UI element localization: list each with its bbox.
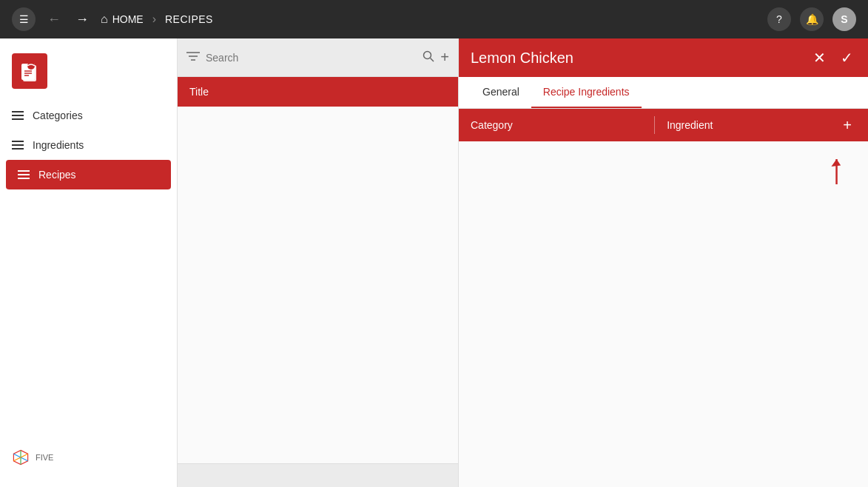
- filter-icon: [186, 51, 200, 64]
- svg-point-15: [424, 51, 431, 58]
- logo-image: [12, 53, 47, 89]
- detail-table-body: [459, 141, 868, 487]
- help-button[interactable]: ?: [767, 7, 791, 31]
- detail-panel: Lemon Chicken ✕ ✓ General Recipe Ingredi…: [459, 38, 868, 487]
- add-ingredient-button[interactable]: +: [838, 115, 856, 135]
- five-logo-text: FIVE: [36, 453, 53, 462]
- search-input[interactable]: [206, 52, 417, 64]
- category-column-header: Category: [471, 119, 642, 131]
- ingredient-column-header: Ingredient: [667, 119, 838, 131]
- detail-save-button[interactable]: ✓: [838, 46, 856, 70]
- home-icon: ⌂: [101, 13, 108, 26]
- sidebar-bottom: FIVE: [0, 437, 177, 478]
- search-svg: [423, 50, 434, 62]
- list-body: [178, 107, 458, 463]
- sidebar-item-label: Ingredients: [33, 139, 84, 151]
- breadcrumb: RECIPES: [165, 13, 213, 25]
- five-logo-icon: [12, 449, 30, 466]
- hamburger-icon: ☰: [19, 13, 29, 25]
- back-button[interactable]: ←: [44, 9, 64, 30]
- breadcrumb-chevron: ›: [152, 13, 156, 26]
- sidebar-item-recipes[interactable]: Recipes: [6, 160, 171, 189]
- nav-right: ? 🔔 S: [767, 7, 856, 31]
- detail-tabs: General Recipe Ingredients: [459, 77, 868, 109]
- home-nav-item[interactable]: ⌂ HOME: [101, 13, 144, 26]
- search-bar: +: [178, 38, 458, 77]
- list-footer: [178, 463, 458, 487]
- tab-recipe-ingredients[interactable]: Recipe Ingredients: [531, 77, 642, 108]
- home-label: HOME: [112, 13, 144, 25]
- menu-icon: [18, 170, 30, 179]
- notifications-button[interactable]: 🔔: [800, 7, 824, 31]
- outer-content: + Title Lemon Chicken ✕ ✓ General Recipe…: [178, 38, 868, 487]
- avatar[interactable]: S: [832, 7, 856, 31]
- detail-close-button[interactable]: ✕: [810, 46, 829, 70]
- arrow-indicator: [820, 155, 857, 192]
- top-nav: ☰ ← → ⌂ HOME › RECIPES ? 🔔 S: [0, 0, 868, 38]
- sidebar: Categories Ingredients Recipes FIVE: [0, 38, 178, 487]
- menu-icon: [12, 141, 24, 150]
- column-divider: [654, 116, 655, 134]
- search-icon: [423, 50, 434, 65]
- detail-content: Category Ingredient +: [459, 109, 868, 487]
- hamburger-button[interactable]: ☰: [12, 7, 36, 31]
- logo-icon: [18, 59, 41, 83]
- menu-icon: [12, 111, 24, 120]
- sidebar-logo: [0, 47, 177, 101]
- sidebar-item-ingredients[interactable]: Ingredients: [0, 130, 177, 160]
- sidebar-item-label: Categories: [33, 110, 83, 121]
- arrow-svg: [820, 155, 853, 188]
- add-record-button[interactable]: +: [440, 49, 449, 66]
- forward-button[interactable]: →: [73, 9, 92, 30]
- sidebar-item-categories[interactable]: Categories: [0, 101, 177, 130]
- svg-line-16: [431, 58, 434, 61]
- detail-table-header: Category Ingredient +: [459, 109, 868, 141]
- title-column-header: Title: [189, 86, 209, 98]
- detail-title: Lemon Chicken: [471, 50, 801, 67]
- filter-svg: [186, 51, 200, 61]
- sidebar-item-label: Recipes: [38, 169, 76, 181]
- detail-header: Lemon Chicken ✕ ✓: [459, 38, 868, 77]
- tab-general[interactable]: General: [471, 77, 531, 108]
- main-layout: Categories Ingredients Recipes FIVE: [0, 38, 868, 487]
- list-header: Title: [178, 77, 458, 107]
- list-panel: + Title: [178, 38, 459, 487]
